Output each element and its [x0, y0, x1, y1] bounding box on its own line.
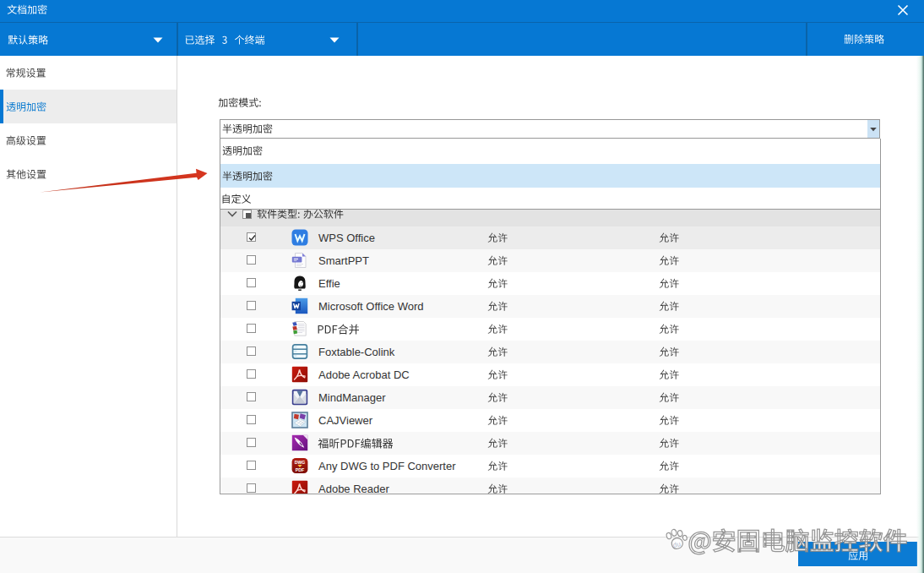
- svg-text:DWG: DWG: [295, 460, 306, 465]
- svg-text:PDF: PDF: [296, 467, 304, 472]
